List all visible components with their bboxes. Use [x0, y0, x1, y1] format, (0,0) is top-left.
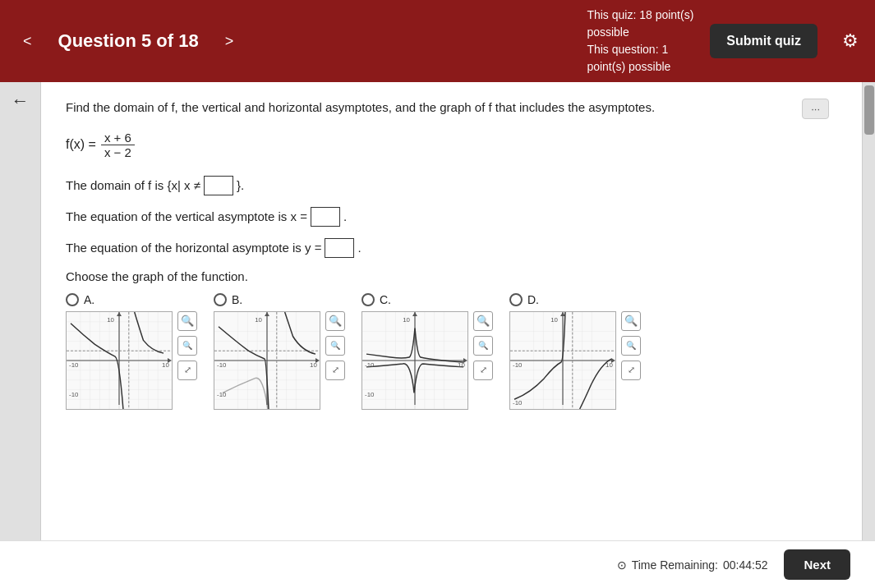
graph-b-zoom-in[interactable]: 🔍	[325, 311, 345, 331]
horizontal-asymptote-section: The equation of the horizontal asymptote…	[66, 238, 837, 258]
svg-text:-10: -10	[365, 361, 375, 368]
svg-text:10: 10	[458, 361, 465, 368]
graph-d-zoom-in[interactable]: 🔍	[621, 311, 641, 331]
graph-choice-d: D.	[509, 293, 641, 410]
svg-marker-71	[412, 312, 417, 316]
graph-a-zoom-in[interactable]: 🔍	[177, 311, 197, 331]
graph-choice-b-label: B.	[214, 293, 242, 306]
vertical-asymptote-prefix: The equation of the vertical asymptote i…	[66, 209, 307, 223]
nav-arrows: < Question 5 of 18 >	[16, 30, 240, 53]
graph-choices: A.	[66, 293, 837, 410]
svg-text:10: 10	[255, 315, 262, 323]
graph-c-icons: 🔍 🔍 ⤢	[473, 311, 493, 380]
svg-text:-10: -10	[513, 399, 523, 407]
svg-marker-21	[117, 312, 122, 316]
graph-d-label: D.	[527, 293, 539, 306]
choose-graph-label: Choose the graph of the function.	[66, 269, 837, 283]
graph-a-thumbnail: 10 10 -10 -10	[66, 311, 173, 410]
function-numerator: x + 6	[101, 131, 135, 145]
domain-section: The domain of f is {x| x ≠ }.	[66, 176, 837, 195]
quiz-info: This quiz: 18 point(s) possible This que…	[587, 7, 693, 76]
svg-text:10: 10	[107, 315, 114, 323]
graph-b-container: 10 10 -10 -10 🔍 🔍 ⤢	[214, 311, 345, 410]
settings-icon[interactable]: ⚙	[842, 30, 859, 52]
left-sidebar: ←	[0, 82, 41, 540]
prev-button[interactable]: <	[16, 30, 39, 53]
next-nav-button[interactable]: >	[219, 30, 241, 53]
graph-c-thumbnail: 10 10 -10 -10	[362, 311, 468, 410]
graph-c-label: C.	[380, 293, 391, 306]
function-denominator: x − 2	[101, 145, 135, 159]
svg-text:-10: -10	[217, 361, 227, 368]
graph-d-zoom-out[interactable]: 🔍	[621, 336, 641, 356]
right-scrollbar[interactable]	[862, 82, 875, 540]
graph-c-expand[interactable]: ⤢	[473, 361, 493, 380]
graph-choice-c: C.	[362, 293, 493, 410]
graph-d-expand[interactable]: ⤢	[621, 361, 641, 380]
svg-text:-10: -10	[69, 361, 79, 368]
quiz-possible-label: possible	[587, 24, 693, 41]
radio-b[interactable]	[214, 293, 227, 306]
graph-b-zoom-out[interactable]: 🔍	[325, 336, 345, 356]
svg-text:10: 10	[403, 315, 410, 323]
graph-c-zoom-in[interactable]: 🔍	[473, 311, 493, 331]
timer-label: Time Remaining:	[632, 558, 718, 572]
graph-b-thumbnail: 10 10 -10 -10	[214, 311, 320, 410]
graph-d-icons: 🔍 🔍 ⤢	[621, 311, 641, 380]
graph-d-thumbnail: 10 10 -10 -10	[509, 311, 616, 410]
timer: ⊙ Time Remaining: 00:44:52	[617, 558, 768, 572]
radio-c[interactable]	[362, 293, 375, 306]
question-title: Question 5 of 18	[58, 30, 199, 52]
graph-choice-a: A.	[66, 293, 197, 410]
question-content: ··· Find the domain of f, the vertical a…	[41, 82, 862, 540]
graph-a-zoom-out[interactable]: 🔍	[177, 336, 197, 356]
svg-text:-10: -10	[513, 361, 523, 368]
graph-b-icons: 🔍 🔍 ⤢	[325, 311, 345, 380]
svg-text:10: 10	[606, 361, 613, 368]
question-points: This question: 1	[587, 41, 693, 58]
radio-a[interactable]	[66, 293, 79, 306]
graph-c-container: 10 10 -10 -10 🔍 🔍 ⤢	[362, 311, 493, 410]
scroll-thumb[interactable]	[864, 85, 874, 135]
next-button[interactable]: Next	[784, 549, 850, 580]
graph-choice-c-label: C.	[362, 293, 391, 306]
radio-d[interactable]	[509, 293, 523, 306]
horizontal-period: .	[357, 241, 361, 255]
graph-choice-b: B.	[214, 293, 345, 410]
graph-a-container: 10 10 -10 -10 🔍 🔍 ⤢	[66, 311, 197, 410]
svg-text:-10: -10	[69, 391, 79, 398]
vertical-asymptote-input[interactable]	[311, 207, 340, 227]
graph-a-expand[interactable]: ⤢	[177, 361, 197, 380]
domain-suffix: }.	[237, 178, 244, 192]
vertical-asymptote-section: The equation of the vertical asymptote i…	[66, 207, 837, 227]
svg-text:-10: -10	[365, 391, 375, 398]
back-arrow-icon[interactable]: ←	[12, 90, 30, 112]
more-button[interactable]: ···	[802, 99, 829, 119]
svg-marker-94	[560, 312, 565, 316]
question-instruction: Find the domain of f, the vertical and h…	[66, 99, 837, 117]
horizontal-asymptote-input[interactable]	[325, 238, 354, 258]
svg-marker-46	[265, 312, 269, 316]
graph-d-container: 10 10 -10 -10 🔍 🔍 ⤢	[509, 311, 641, 410]
svg-text:10: 10	[310, 361, 317, 368]
function-display: f(x) = x + 6 x − 2	[66, 131, 837, 159]
domain-input[interactable]	[204, 176, 233, 195]
horizontal-asymptote-prefix: The equation of the horizontal asymptote…	[66, 241, 321, 255]
question-points-label: point(s) possible	[587, 58, 693, 76]
submit-quiz-button[interactable]: Submit quiz	[710, 24, 817, 58]
timer-value: 00:44:52	[723, 558, 768, 572]
quiz-total-points: This quiz: 18 point(s)	[587, 7, 693, 24]
graph-c-zoom-out[interactable]: 🔍	[473, 336, 493, 356]
vertical-period: .	[343, 209, 347, 223]
graph-b-expand[interactable]: ⤢	[325, 361, 345, 380]
clock-icon: ⊙	[617, 558, 627, 572]
function-fraction: x + 6 x − 2	[101, 131, 135, 159]
footer: ⊙ Time Remaining: 00:44:52 Next	[0, 540, 875, 588]
main-content: ← ··· Find the domain of f, the vertical…	[0, 82, 875, 540]
svg-text:10: 10	[162, 361, 169, 368]
graph-a-icons: 🔍 🔍 ⤢	[177, 311, 197, 380]
graph-choice-a-label: A.	[66, 293, 94, 306]
graph-b-label: B.	[232, 293, 242, 306]
domain-prefix: The domain of f is {x| x ≠	[66, 178, 200, 192]
function-label: f(x) =	[66, 137, 96, 152]
